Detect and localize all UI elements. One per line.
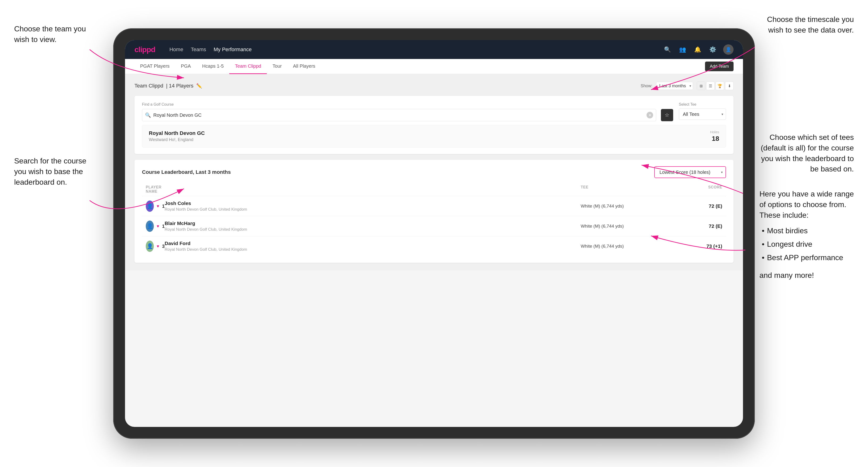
col-score-header: SCORE	[675, 185, 722, 194]
holes-label: Holes	[710, 130, 719, 134]
nav-teams[interactable]: Teams	[191, 46, 206, 53]
table-row: 👤 ♥ 1 Josh Coles Royal North Devon Golf …	[142, 196, 726, 216]
player-tee-2: White (M) (6,744 yds)	[581, 224, 675, 229]
player-club-2: Royal North Devon Golf Club, United King…	[165, 227, 581, 232]
heart-icon-1: ♥	[157, 204, 159, 209]
subnav-tour[interactable]: Tour	[267, 59, 287, 74]
avatar-3: 👤	[146, 241, 154, 252]
annotation-bottom-left: Search for the course you wish to base t…	[14, 156, 86, 187]
course-search-input[interactable]	[153, 113, 644, 118]
avatar[interactable]: 👤	[723, 44, 734, 55]
list-item: Most birdies	[760, 224, 854, 238]
view-icons: ⊞ ☰ 🏆 ⬇	[697, 82, 734, 90]
subnav-hcaps[interactable]: Hcaps 1-5	[196, 59, 229, 74]
sub-nav: PGAT Players PGA Hcaps 1-5 Team Clippd T…	[125, 59, 743, 74]
search-icon: 🔍	[145, 112, 151, 118]
course-name: Royal North Devon GC	[149, 130, 205, 136]
subnav-pga[interactable]: PGA	[175, 59, 196, 74]
rank-cell-3: 👤 ♥ 3	[146, 241, 165, 252]
player-club-1: Royal North Devon Golf Club, United King…	[165, 207, 581, 212]
nav-links: Home Teams My Performance	[169, 46, 653, 53]
player-name-3: David Ford	[165, 241, 581, 246]
course-result: Royal North Devon GC Westward Ho!, Engla…	[142, 125, 726, 148]
subnav-team-clippd[interactable]: Team Clippd	[229, 59, 267, 74]
download-button[interactable]: ⬇	[725, 82, 734, 90]
people-button[interactable]: 👥	[678, 45, 687, 54]
player-score-3: 73 (+1)	[675, 243, 722, 249]
tee-select-wrapper: All Tees	[679, 108, 726, 120]
annotation-top-right: Choose the timescale you wish to see the…	[767, 14, 854, 35]
team-header: Team Clippd | 14 Players ✏️ Show: Last 3…	[134, 82, 734, 90]
navbar: clippd Home Teams My Performance 🔍 👥 🔔 ⚙…	[125, 40, 743, 59]
search-input-wrapper: 🔍 ✕	[142, 109, 656, 121]
player-score-1: 72 (E)	[675, 203, 722, 209]
rank-2: 1	[162, 224, 165, 229]
course-finder-card: Find a Golf Course 🔍 ✕ ☆ Select Tee	[134, 96, 734, 154]
leaderboard-dropdown-wrapper: Lowest Score (18 holes) Most birdies Lon…	[654, 166, 726, 178]
leaderboard-sort-select[interactable]: Lowest Score (18 holes) Most birdies Lon…	[655, 167, 725, 178]
course-location: Westward Ho!, England	[149, 137, 205, 142]
search-section: Find a Golf Course 🔍 ✕ ☆	[142, 102, 673, 121]
course-info: Royal North Devon GC Westward Ho!, Engla…	[149, 130, 205, 142]
player-info-3: David Ford Royal North Devon Golf Club, …	[165, 241, 581, 252]
options-list: Most birdies Longest drive Best APP perf…	[760, 224, 854, 264]
rank-cell-1: 👤 ♥ 1	[146, 200, 165, 212]
edit-icon[interactable]: ✏️	[196, 83, 202, 89]
col-player-header: PLAYER NAME	[146, 185, 165, 194]
avatar-2: 👤	[146, 220, 154, 232]
nav-icons: 🔍 👥 🔔 ⚙️ 👤	[663, 44, 734, 55]
holes-value: 18	[710, 135, 719, 143]
subnav-all-players[interactable]: All Players	[287, 59, 321, 74]
course-finder-row: 🔍 ✕ ☆	[142, 109, 673, 121]
team-controls: Show: Last 3 months ⊞ ☰ 🏆 ⬇	[641, 82, 734, 90]
tee-label: Select Tee	[679, 102, 726, 106]
star-button[interactable]: ☆	[661, 109, 673, 121]
tee-select[interactable]: All Tees	[679, 108, 726, 120]
annotation-middle-right: Choose which set of tees (default is all…	[761, 132, 854, 174]
rank-1: 1	[162, 204, 165, 209]
bell-button[interactable]: 🔔	[693, 45, 703, 54]
leaderboard-table-header: PLAYER NAME TEE SCORE	[142, 183, 726, 196]
nav-my-performance[interactable]: My Performance	[214, 46, 252, 53]
player-info-1: Josh Coles Royal North Devon Golf Club, …	[165, 200, 581, 212]
search-button[interactable]: 🔍	[663, 45, 672, 54]
player-club-3: Royal North Devon Golf Club, United King…	[165, 247, 581, 252]
subnav-pgat[interactable]: PGAT Players	[134, 59, 175, 74]
annotation-top-left: Choose the team you wish to view.	[14, 24, 86, 45]
rank-cell-2: 👤 ♥ 1	[146, 220, 165, 232]
annotation-options-right: Here you have a wide range of options to…	[760, 189, 854, 281]
heart-icon-3: ♥	[157, 244, 159, 249]
list-view-button[interactable]: ☰	[706, 82, 715, 90]
add-team-button[interactable]: Add Team	[705, 62, 734, 71]
and-more-text: and many more!	[760, 270, 854, 281]
tablet-screen: clippd Home Teams My Performance 🔍 👥 🔔 ⚙…	[125, 40, 743, 427]
trophy-view-button[interactable]: 🏆	[716, 82, 724, 90]
player-name-1: Josh Coles	[165, 200, 581, 206]
team-title-group: Team Clippd | 14 Players ✏️	[134, 83, 202, 89]
list-item: Longest drive	[760, 238, 854, 251]
content-area: Team Clippd | 14 Players ✏️ Show: Last 3…	[125, 74, 743, 270]
nav-home[interactable]: Home	[169, 46, 183, 53]
tablet-shell: clippd Home Teams My Performance 🔍 👥 🔔 ⚙…	[113, 28, 755, 439]
player-tee-3: White (M) (6,744 yds)	[581, 244, 675, 249]
player-tee-1: White (M) (6,744 yds)	[581, 204, 675, 209]
find-label: Find a Golf Course	[142, 102, 673, 106]
leaderboard-header: Course Leaderboard, Last 3 months Lowest…	[142, 166, 726, 178]
show-select-wrapper: Last 3 months	[656, 82, 693, 90]
table-row: 👤 ♥ 3 David Ford Royal North Devon Golf …	[142, 236, 726, 256]
grid-view-button[interactable]: ⊞	[697, 82, 705, 90]
search-clear-button[interactable]: ✕	[647, 112, 653, 118]
course-holes: Holes 18	[710, 130, 719, 143]
player-info-2: Blair McHarg Royal North Devon Golf Club…	[165, 220, 581, 232]
leaderboard-card: Course Leaderboard, Last 3 months Lowest…	[134, 160, 734, 263]
col-tee-header: TEE	[581, 185, 675, 194]
col-player-spacer	[165, 185, 581, 194]
leaderboard-title: Course Leaderboard, Last 3 months	[142, 169, 231, 175]
rank-3: 3	[162, 244, 165, 249]
team-name: Team Clippd	[134, 83, 163, 89]
show-select[interactable]: Last 3 months	[656, 82, 693, 90]
settings-button[interactable]: ⚙️	[708, 45, 717, 54]
list-item: Best APP performance	[760, 251, 854, 264]
logo: clippd	[134, 45, 155, 54]
avatar-1: 👤	[146, 200, 154, 212]
